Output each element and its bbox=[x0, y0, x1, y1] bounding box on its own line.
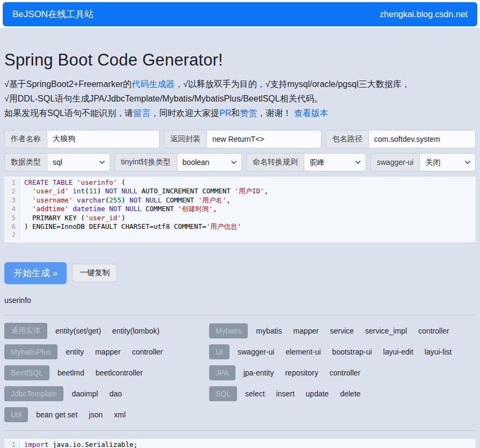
intro-line-1: √基于SpringBoot2+Freemarker的代码生成器，√以释放双手为目… bbox=[4, 77, 476, 91]
intro-section: Spring Boot Code Generator! √基于SpringBoo… bbox=[4, 50, 476, 120]
group-links: entity(set/get)entity(lombok) bbox=[55, 327, 160, 335]
version-link[interactable]: 查看版本 bbox=[294, 109, 328, 118]
data-type-group: 数据类型 sql bbox=[4, 153, 110, 171]
gen-link-delete[interactable]: delete bbox=[340, 389, 361, 398]
data-type-select[interactable]: sql bbox=[47, 153, 110, 171]
gen-link-swagger-ui[interactable]: swagger-ui bbox=[238, 348, 274, 356]
naming-rule-select[interactable]: 驼峰 bbox=[304, 153, 366, 171]
tinyint-type-select[interactable]: boolean bbox=[177, 153, 242, 171]
line-number: 2 bbox=[4, 187, 20, 196]
package-path-input[interactable] bbox=[368, 130, 476, 148]
gen-link-entity-set-get[interactable]: entity(set/get) bbox=[55, 327, 101, 335]
gen-link-mybatis[interactable]: mybatis bbox=[256, 327, 282, 335]
group-links: selectinsertupdatedelete bbox=[245, 389, 361, 398]
code-text: 'username' varchar(255) NOT NULL COMMENT… bbox=[20, 196, 231, 205]
gen-link-xml[interactable]: xml bbox=[114, 410, 126, 419]
group-badge-通用实体[interactable]: 通用实体 bbox=[4, 323, 47, 339]
data-type-label: 数据类型 bbox=[4, 153, 47, 171]
generator-group: Utilbean get setjsonxml bbox=[4, 407, 205, 423]
gen-link-element-ui[interactable]: element-ui bbox=[285, 348, 320, 356]
author-label: 作者名称 bbox=[4, 130, 47, 148]
group-links: daoimpldao bbox=[71, 389, 121, 398]
generator-group: MybatisPlusentitymappercontroller bbox=[4, 344, 205, 360]
code-line: 1import java.io.Serializable; bbox=[4, 440, 476, 448]
form-row-1: 作者名称 返回封装 包名路径 bbox=[4, 130, 476, 148]
gen-link-layui-list[interactable]: layui-list bbox=[425, 348, 452, 356]
intro-line-2: √用DDL-SQL语句生成JPA/JdbcTemplate/Mybatis/My… bbox=[4, 91, 476, 106]
swagger-ui-select[interactable]: 关闭 bbox=[419, 153, 476, 171]
gen-link-dao[interactable]: dao bbox=[109, 389, 121, 398]
gen-link-mapper[interactable]: mapper bbox=[95, 348, 120, 356]
message-link[interactable]: 留言 bbox=[133, 109, 151, 118]
group-badge-beetlsql[interactable]: BeetlSQL bbox=[4, 365, 49, 380]
divider bbox=[4, 430, 476, 431]
generator-group: 通用实体entity(set/get)entity(lombok) bbox=[4, 323, 205, 339]
return-wrap-group: 返回封装 bbox=[164, 130, 321, 148]
code-generator-link[interactable]: 代码生成器 bbox=[132, 80, 175, 89]
group-badge-sql[interactable]: SQL bbox=[209, 386, 237, 401]
divider bbox=[4, 315, 476, 315]
gen-link-repository[interactable]: repository bbox=[285, 368, 318, 377]
gen-link-select[interactable]: select bbox=[245, 389, 265, 398]
gen-link-service[interactable]: service bbox=[330, 327, 354, 335]
gen-link-json[interactable]: json bbox=[89, 410, 103, 419]
group-badge-jpa[interactable]: JPA bbox=[209, 365, 235, 380]
code-text: ) ENGINE=InnoDB DEFAULT CHARSET=utf8 COM… bbox=[20, 222, 241, 231]
line-number: 7 bbox=[4, 231, 20, 240]
intro-line-3: 如果发现有SQL语句不能识别，请留言，同时欢迎大家提PR和赞赏，谢谢！ 查看版本 bbox=[4, 106, 476, 120]
code-text: CREATE TABLE 'userinfo' ( bbox=[20, 178, 125, 187]
gen-link-controller[interactable]: controller bbox=[329, 368, 361, 377]
gen-link-controller[interactable]: controller bbox=[418, 327, 449, 335]
blog-link[interactable]: zhengkai.blog.csdn.net bbox=[379, 10, 468, 19]
gen-link-entity[interactable]: entity bbox=[66, 348, 83, 356]
code-line: 7 bbox=[4, 231, 476, 240]
return-wrap-label: 返回封装 bbox=[164, 130, 206, 148]
gen-link-jpa-entity[interactable]: jpa-entity bbox=[243, 368, 274, 377]
group-links: swagger-uielement-uibootstrap-uilayui-ed… bbox=[238, 348, 452, 356]
code-text: import java.io.Serializable; bbox=[20, 440, 138, 448]
line-number: 4 bbox=[4, 205, 20, 213]
gen-link-daoimpl[interactable]: daoimpl bbox=[71, 389, 98, 398]
author-input[interactable] bbox=[47, 130, 160, 148]
gen-link-controller[interactable]: controller bbox=[132, 348, 163, 356]
line-number: 3 bbox=[4, 196, 20, 205]
group-badge-jdbctemplate[interactable]: JdbcTemplate bbox=[4, 386, 63, 401]
line-number: 6 bbox=[4, 222, 20, 231]
author-group: 作者名称 bbox=[4, 130, 160, 148]
code-text: 'user_id' int(11) NOT NULL AUTO_INCREMEN… bbox=[20, 187, 268, 196]
group-badge-mybatis[interactable]: Mybatis bbox=[209, 323, 248, 338]
generator-column-left: 通用实体entity(set/get)entity(lombok)Mybatis… bbox=[4, 323, 205, 428]
group-badge-mybatisplus[interactable]: MybatisPlus bbox=[4, 344, 58, 359]
code-line: 5 PRIMARY KEY ('user_id') bbox=[4, 214, 476, 222]
generator-group: BeetlSQLbeetlmdbeetlcontroller bbox=[4, 365, 205, 381]
gen-link-entity-lombok[interactable]: entity(lombok) bbox=[112, 327, 160, 335]
copy-button[interactable]: 一键复制 bbox=[72, 264, 117, 282]
group-links: entitymappercontroller bbox=[66, 348, 163, 356]
pr-link[interactable]: PR bbox=[219, 109, 231, 118]
group-badge-util[interactable]: Util bbox=[4, 407, 28, 422]
site-brand[interactable]: BeJSON在线工具站 bbox=[12, 8, 94, 20]
page-title: Spring Boot Code Generator! bbox=[4, 50, 476, 70]
group-links: jpa-entityrepositorycontroller bbox=[243, 368, 361, 377]
return-wrap-input[interactable] bbox=[206, 130, 321, 148]
reward-link[interactable]: 赞赏 bbox=[240, 109, 257, 118]
line-number: 1 bbox=[4, 178, 20, 187]
code-line: 2 'user_id' int(11) NOT NULL AUTO_INCREM… bbox=[4, 187, 476, 196]
generator-links-section: 通用实体entity(set/get)entity(lombok)Mybatis… bbox=[4, 323, 476, 428]
gen-link-bootstrap-ui[interactable]: bootstrap-ui bbox=[332, 348, 372, 356]
gen-link-beetlcontroller[interactable]: beetlcontroller bbox=[96, 368, 143, 377]
gen-link-mapper[interactable]: mapper bbox=[293, 327, 318, 335]
actions-row: 开始生成 » 一键复制 bbox=[4, 262, 476, 284]
swagger-ui-group: swagger-ui 关闭 bbox=[370, 153, 476, 171]
group-badge-ui[interactable]: UI bbox=[209, 344, 230, 359]
generator-group: JdbcTemplatedaoimpldao bbox=[4, 386, 205, 402]
gen-link-bean-get-set[interactable]: bean get set bbox=[36, 410, 77, 419]
gen-link-layui-edit[interactable]: layui-edit bbox=[383, 348, 413, 356]
tinyint-type-label: tinyint转换类型 bbox=[114, 153, 177, 171]
gen-link-beetlmd[interactable]: beetlmd bbox=[58, 368, 84, 377]
gen-link-insert[interactable]: insert bbox=[276, 389, 295, 398]
generate-button[interactable]: 开始生成 » bbox=[4, 262, 67, 284]
sql-code-editor[interactable]: 1CREATE TABLE 'userinfo' (2 'user_id' in… bbox=[4, 177, 476, 242]
gen-link-update[interactable]: update bbox=[306, 389, 329, 398]
gen-link-service-impl[interactable]: service_impl bbox=[365, 327, 407, 335]
